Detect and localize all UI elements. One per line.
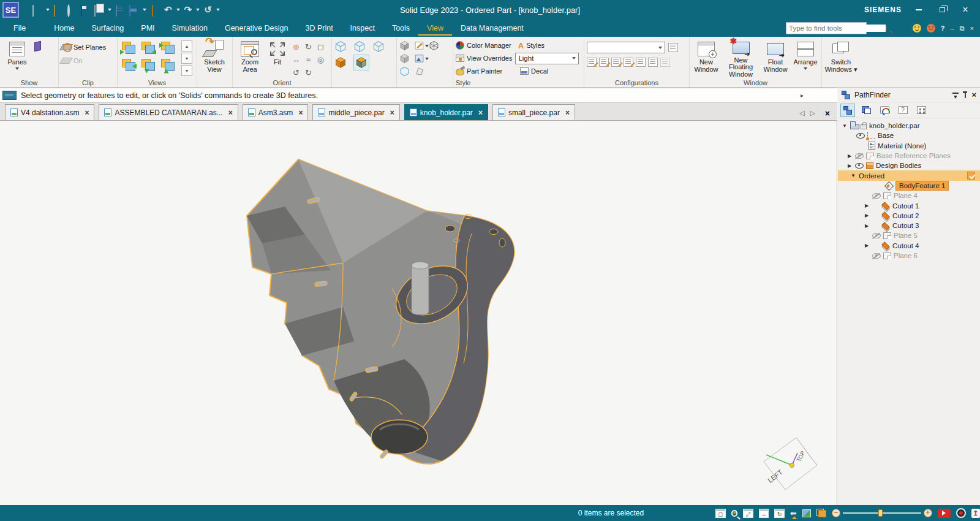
expand-icon[interactable]: ▶ [864,223,870,229]
repeat-icon[interactable]: ↺ [204,6,212,14]
zoom-width-icon[interactable]: ↔ [290,53,302,66]
tree-item[interactable]: ▶ Base Reference Planes [838,151,980,161]
save-configuration-icon[interactable] [599,58,609,67]
zoom-status-icon[interactable] [731,510,738,517]
tab-close-icon[interactable]: × [565,108,570,117]
document-tab[interactable]: small_piece.par× [492,104,575,120]
prompt-expand-icon[interactable]: ▸ [801,92,804,99]
3d-model[interactable] [242,145,524,488]
display-pane-icon[interactable] [34,41,41,51]
rotate-status-icon[interactable]: ↻ [774,509,785,518]
visible-eye-icon[interactable] [855,163,864,169]
video-tutorials-icon[interactable] [938,509,951,518]
tree-item[interactable]: ▶ Design Bodies [838,161,980,170]
tab-simulation[interactable]: Simulation [164,21,216,36]
apply-configuration-icon[interactable] [587,58,597,67]
search-input[interactable] [786,25,886,32]
view-top-icon[interactable] [121,42,135,54]
color-manager-button[interactable]: Color Manager [456,40,511,51]
restore-button[interactable] [936,4,948,15]
tab-scroll-right-icon[interactable]: ▷ [810,109,815,117]
rotate-left-icon[interactable]: ↺ [290,66,302,78]
open-icon[interactable] [54,6,63,15]
close-button[interactable]: × [959,4,971,15]
zoom-width-status-icon[interactable]: ↔ [759,509,769,518]
collapse-icon[interactable]: ▼ [842,123,848,129]
tab-strip-close-icon[interactable]: × [825,108,830,118]
document-tab[interactable]: ASSEMBLED CATAMARAN.as...× [99,104,238,120]
perspective-view-icon[interactable] [414,66,424,77]
delete-configuration-icon[interactable] [660,58,670,67]
shaded-view-icon[interactable] [334,56,347,69]
shaded-with-edges-selected[interactable] [353,55,369,70]
model-viewport[interactable]: LEFT TOP [0,121,837,505]
views-scroll-up-button[interactable]: ▴ [181,40,192,51]
views-expand-button[interactable]: ▾ [181,65,192,76]
new-document-dropdown-icon[interactable] [46,9,50,11]
edit-configuration-icon[interactable] [611,58,621,67]
find-tools-search[interactable] [786,22,867,34]
save-icon[interactable] [81,6,90,15]
set-planes-button[interactable]: Set Planes [61,42,115,53]
visible-eye-icon[interactable] [856,133,865,139]
view-right-icon[interactable] [160,42,174,54]
texture-display-icon[interactable] [399,53,410,64]
visible-edges-view-icon[interactable] [353,40,366,53]
copy-icon[interactable] [94,6,104,15]
tree-item[interactable]: ▶ Cutout 1 [838,200,980,210]
tab-surfacing[interactable]: Surfacing [83,21,133,36]
hidden-eye-icon[interactable] [872,233,881,238]
tab-inspect[interactable]: Inspect [342,21,383,36]
copy-dropdown-icon[interactable] [108,9,111,11]
info-tab[interactable]: ? [895,104,910,117]
tab-pmi[interactable]: PMI [132,21,163,36]
tab-close-icon[interactable]: × [85,108,89,117]
undo-dropdown-icon[interactable] [176,9,180,11]
tab-tools[interactable]: Tools [383,21,418,36]
feature-library-tab[interactable] [914,104,929,117]
hidden-eye-icon[interactable] [872,193,881,199]
view-back-icon[interactable] [160,59,174,71]
tab-file[interactable]: File [5,21,34,36]
edit-definition-button[interactable] [414,40,429,51]
sensors-tab[interactable] [877,104,892,117]
pathfinder-pin-icon[interactable] [962,91,968,98]
sketch-view-button[interactable]: ↷ Sketch View [200,39,229,78]
fit-status-icon[interactable]: ⤢ [743,509,753,518]
app-logo[interactable]: SE [2,2,19,18]
configurations-dropdown[interactable] [587,42,665,53]
tree-item[interactable]: Plane 4 [838,191,980,200]
new-document-icon[interactable] [32,6,42,15]
document-tab-active[interactable]: knob_holder.par× [404,104,488,120]
expand-icon[interactable]: ▶ [846,163,853,169]
tree-item-ordered[interactable]: ▼ Ordered [838,170,980,180]
expand-icon[interactable]: ▶ [864,243,870,248]
sphere-view-icon[interactable]: ◎ [315,53,326,66]
hyperlink-icon[interactable] [67,6,77,15]
view-front-icon[interactable] [141,42,154,54]
tab-scroll-left-icon[interactable]: ◁ [799,109,804,117]
image-background-button[interactable] [414,53,429,64]
tree-item[interactable]: ▶ Cutout 3 [838,221,980,230]
tab-close-icon[interactable]: × [390,108,394,117]
zoom-slider[interactable]: − + [832,509,932,517]
tree-item[interactable]: Base [838,131,980,140]
collapse-icon[interactable]: ▼ [850,173,856,178]
tab-close-icon[interactable]: × [298,108,303,117]
expand-icon[interactable]: ▶ [864,213,870,218]
styles-button[interactable]: AStyles [518,40,545,51]
ordered-checkbox[interactable] [967,172,975,180]
feedback-positive-icon[interactable] [913,24,921,32]
zoom-slider-handle[interactable] [878,509,883,517]
repeat-dropdown-icon[interactable] [216,9,220,11]
image-view-icon[interactable] [129,6,138,15]
views-scroll-down-button[interactable]: ▾ [181,53,192,64]
zoom-icon[interactable]: ⊕ [290,40,302,53]
hidden-eye-icon[interactable] [872,253,881,259]
tree-item[interactable]: ▶ Cutout 4 [838,241,980,251]
arrange-button[interactable]: Arrange [792,39,819,78]
feedback-negative-icon[interactable] [927,24,935,32]
tab-home[interactable]: Home [45,21,83,36]
outline-display-icon[interactable] [399,66,410,77]
document-tab[interactable]: middle_piece.par× [312,104,399,120]
